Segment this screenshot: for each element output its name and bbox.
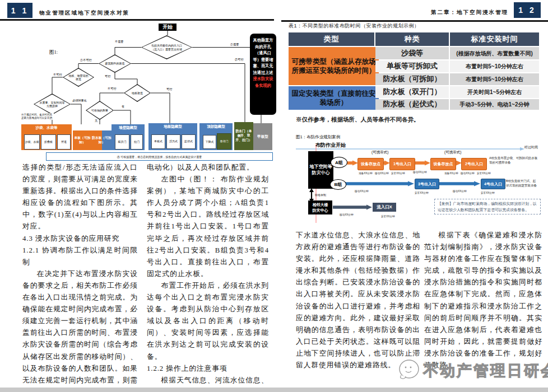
table-header-time: 标准安装时间	[450, 32, 539, 46]
vent-text-red: 浸水防灾设备实现的	[253, 76, 273, 88]
flow-diamond-floorwall: 地板、墙壁等的改造	[63, 68, 94, 87]
category-item: 单板式	[151, 134, 165, 149]
table-header-kind: 种类	[375, 32, 449, 46]
category-floor-hidden: 地板隐藏型 单板式 浮力式 起伏式	[148, 123, 197, 150]
group-b-note: B组负责双开门式、起伏式等的固定安装设备	[506, 179, 538, 188]
table-header-type: 类型	[289, 32, 374, 46]
category-wall-hidden: 墙壁隐藏型 双开门 拉门	[112, 124, 145, 150]
entrance-1-box: 1号出入口	[389, 158, 415, 170]
category-item: 起伏式	[182, 134, 196, 149]
table-cell-kind: 防水板（起伏式）	[375, 99, 449, 110]
entrance-4-box: 4号出入口	[481, 179, 505, 189]
category-waterproof-door: 防水门（单侧开、双开、拉门）	[234, 122, 253, 150]
category-sandbag: 沙袋、水袋等 沙袋、水袋 折叠板 管道	[21, 124, 72, 150]
timing-label: 安装XX分钟	[391, 172, 405, 175]
portable-label-1: (可携带式)	[371, 150, 388, 155]
group-a-note: A组负责布置沙袋、可拆卸式防水板等的可携带设备	[489, 156, 540, 165]
table-cell-time: 布置时间5~10分钟左右	[450, 60, 539, 72]
category-item: 浮力式	[166, 134, 180, 149]
case-example-box: 【案例】广岛市纸屋町某商场，编制模拟实际演练计划，以论证在较少人数和团队配置下是…	[434, 199, 541, 214]
flow-edge-label-feasible-d: 可行	[166, 87, 173, 91]
timing-label: 准备XX分钟	[359, 172, 373, 175]
category-item: 沙袋、水袋	[24, 134, 40, 150]
flow-edge-label-no-need: 不需要	[114, 40, 124, 44]
document-spread: 1 1 物业管理区域地下空间浸水对策 第二章：地下空间浸水管理 1 2 图1: …	[0, 0, 548, 392]
flow-edge-label-has: 有	[121, 105, 125, 109]
entrance-2-box: 2号出入口	[461, 158, 487, 170]
flowchart-footnote-strip: ④ 可根据需要，将①②利用情况连接，按各自的方式来满足设计需要	[46, 152, 273, 161]
diagram-start-label: 布防作业开始	[315, 142, 346, 149]
flow-diamond-storage: 可收纳的剩量	[86, 101, 114, 120]
paragraph: 左图中（图！： 布防作业规划案例），某地下商城防灾中心的工作人员分成了两个小组；…	[147, 174, 269, 280]
table-reference-note: ※仅作参考，根据场所、人员等条件不同各异。	[296, 116, 420, 124]
timing-label: 移动XX分钟	[375, 172, 389, 175]
society-logo-icon	[392, 358, 421, 382]
inflow-x-box: 流入口X	[373, 203, 396, 212]
paragraph: 根据天气信息、河流水位信息、	[147, 375, 269, 386]
category-item: 卷帘门	[217, 133, 231, 150]
flow-edge-label-infeasible-d: 不可行	[107, 87, 117, 91]
category-item: 折叠板	[41, 134, 56, 150]
table-cell-time: (根据存放场所、布置数量不同)	[450, 47, 539, 59]
flow-edge-label-need: ①需要	[230, 43, 240, 46]
right-page-number: 1 2	[514, 2, 541, 18]
watermark-text: 不动产管理日研会	[423, 361, 548, 381]
paragraph: 布置工作开始后，必须在洪水到达每个出入口之前布置完浸水防灾设备。考虑到从防治中心…	[147, 280, 269, 363]
timing-label: 移动XX分钟	[461, 172, 475, 175]
storage-point-box-2: 设备存放点	[430, 158, 456, 170]
timing-label: 安装XX分钟	[381, 215, 395, 218]
paragraph: 根据下表《确保避难和浸水防范计划编制指南》，浸水防灾设备与器材的准备工作应在预警…	[424, 230, 542, 371]
figure1-label-left: 图1:	[49, 49, 58, 56]
section-heading: 1.2.2 操作上的注意事项	[147, 363, 269, 375]
flow-diamond-building: 建筑附件的改造	[99, 54, 131, 73]
section-heading: 4.3 浸水防灾设备的应用研究	[22, 233, 138, 245]
table-cell-time: 开关时间1~5分钟左右	[450, 86, 539, 98]
timing-label: 移动XX分钟	[340, 213, 354, 216]
paragraph: 选择的类型/形态无法适应流入口的宽度，则需要从可满足的宽度来重新选择。根据出入口…	[22, 162, 138, 233]
timing-label: 移动XX分钟	[413, 171, 427, 174]
timing-label: 移动XX分钟	[315, 171, 329, 174]
table-group-fixed: 固定安装类型（直接前往安装场所）	[289, 86, 379, 110]
category-item: 下降式	[203, 135, 216, 149]
flow-edge-label-feasible2: ②可行	[234, 58, 244, 62]
flow-edge-label-infeasible1: ①不可行	[80, 58, 92, 62]
table-cell-kind: 单板等可拆卸式	[375, 60, 449, 72]
figure1-caption-right: 图1：布防作业规划案例	[296, 134, 340, 140]
timing-label: 安装XX分钟	[481, 192, 495, 194]
timing-label: 安装XX分钟	[477, 172, 491, 175]
category-deck: 甲板型	[253, 123, 272, 150]
timing-label: 移动XX分钟	[355, 190, 369, 193]
right-text-column-1: 下水道水位信息、大浪水位信息、地方政府的避难通告等进行布防设备的安装。此外，还应…	[296, 230, 420, 371]
flow-diamond-entrance: 包括关闭都在内的出入口（流入口）需要完全封堵	[141, 35, 192, 59]
left-text-column-1: 选择的类型/形态无法适应流入口的宽度，则需要从可满足的宽度来重新选择。根据出入口…	[22, 162, 138, 392]
left-text-column-2: 电动化）以及人员和团队配置。 左图中（图！： 布防作业规划案例），某地下商城防灾…	[147, 162, 269, 386]
left-header-title: 物业管理区域地下空间浸水对策	[39, 10, 129, 17]
flow-edge-label-infeasible-c: 不可行	[53, 73, 63, 77]
right-header-title: 第二章：地下空间浸水管理	[431, 9, 508, 16]
timing-label: 移动XX分钟	[453, 190, 467, 193]
right-header-rule	[281, 20, 548, 22]
category-top-hidden: 顶部隐藏型 下降式 卷帘门	[199, 123, 233, 150]
group-b-ellipse: B组	[330, 179, 346, 190]
category-item: 拉门	[131, 134, 143, 150]
table-cell-time: 布置时间5~10分钟左右	[450, 73, 539, 85]
flow-diamond-floor: 地板改造	[124, 84, 151, 102]
flow-edge-label-none: 无	[94, 119, 98, 123]
category-plank: 单板（可拆卸）	[73, 130, 92, 150]
flow-edge-label-feasible-b: 可行	[104, 74, 111, 78]
group-a-ellipse: A组	[331, 157, 347, 168]
flow-edge-label-lightweight: 必须轻量化	[72, 99, 87, 102]
right-text-column-2: 根据下表《确保避难和浸水防范计划编制指南》，浸水防灾设备与器材的准备工作应在预警…	[424, 230, 542, 371]
timing-label: 准备XX分钟	[444, 172, 458, 175]
table-cell-kind: 防水板（可拆卸）	[375, 73, 449, 85]
table-cell-kind: 沙袋等	[375, 47, 449, 59]
table1-caption: 表1：不同类型的标准布防时间（安装作业的规划示例）	[289, 22, 420, 30]
left-page-number: 1 1	[7, 3, 32, 18]
flow-side-note: 出于搬运时间、蓄水时间充足两方面考虑均可以安装的	[21, 113, 54, 120]
entrance-3-box: 3号出入口	[415, 179, 439, 189]
flow-vent-note-box: 其他垂直方向的开孔（通风口等）需要堵塞、而又无法通过上述 浸水防灾设备实现的	[250, 34, 276, 115]
time-axis-label: 经过时间	[524, 145, 538, 150]
table-group-portable: 可携带类型（涵盖从存放场所搬运至安装场所的时间）	[289, 47, 379, 85]
category-item: 管道	[57, 134, 71, 150]
portable-label-2: (可携带式)	[444, 150, 461, 155]
